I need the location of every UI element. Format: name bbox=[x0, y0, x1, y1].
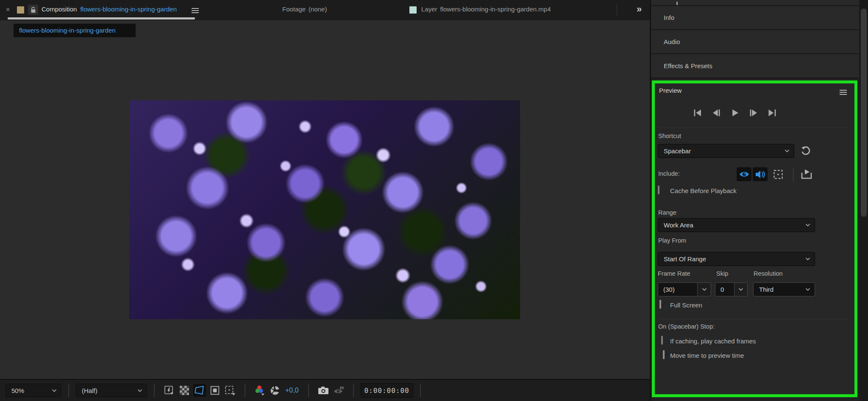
previous-frame-icon bbox=[712, 109, 720, 116]
after-effects-window: × Composition flowers-blooming-in-spring… bbox=[0, 0, 868, 401]
lock-button[interactable] bbox=[28, 5, 38, 15]
play-icon bbox=[732, 109, 739, 116]
full-screen-label: Full Screen bbox=[670, 301, 702, 309]
mask-shape-icon bbox=[195, 385, 205, 395]
resolution-value: (Half) bbox=[82, 387, 97, 394]
play-button[interactable] bbox=[729, 107, 740, 118]
toolbar-divider bbox=[420, 384, 421, 397]
cache-before-playback-checkbox[interactable] bbox=[658, 185, 659, 194]
reset-exposure-button[interactable] bbox=[269, 384, 281, 397]
clipped-text-fragment bbox=[676, 2, 678, 5]
toolbar-divider bbox=[308, 384, 309, 397]
composition-color-swatch[interactable] bbox=[17, 6, 24, 14]
resolution-dropdown[interactable]: (Half) bbox=[76, 384, 147, 397]
shortcut-dropdown[interactable]: Spacebar bbox=[658, 144, 794, 158]
preview-panel-menu-icon[interactable] bbox=[840, 88, 847, 96]
range-dropdown[interactable]: Work Area bbox=[658, 218, 815, 232]
lightning-icon bbox=[164, 385, 174, 395]
first-frame-button[interactable] bbox=[692, 107, 703, 118]
chevron-down-icon bbox=[805, 257, 810, 260]
on-stop-label: On (Spacebar) Stop: bbox=[658, 323, 715, 330]
reset-shortcut-button[interactable] bbox=[800, 145, 811, 158]
exposure-value[interactable]: +0,0 bbox=[285, 387, 299, 394]
last-frame-button[interactable] bbox=[767, 107, 778, 118]
panel-tab-info[interactable]: Info bbox=[651, 6, 859, 30]
frame-rate-chevron[interactable] bbox=[697, 283, 711, 296]
right-panel-stack: Info Audio Effects & Presets Preview bbox=[651, 0, 868, 401]
timecode-display[interactable]: 0:00:00:00 bbox=[361, 383, 413, 398]
transport-controls bbox=[692, 107, 778, 118]
previous-frame-button[interactable] bbox=[711, 107, 722, 118]
frame-rate-combo[interactable]: (30) bbox=[658, 282, 711, 296]
composition-viewport-image bbox=[129, 100, 520, 319]
speaker-icon bbox=[755, 170, 765, 179]
full-screen-checkbox[interactable] bbox=[659, 300, 661, 309]
tab-layer[interactable]: Layer flowers-blooming-in-spring-garden.… bbox=[421, 6, 551, 13]
include-divider bbox=[793, 167, 793, 181]
chevron-down-icon bbox=[805, 288, 810, 291]
close-tab-icon[interactable]: × bbox=[6, 6, 10, 14]
play-from-dropdown[interactable]: Start Of Range bbox=[658, 252, 815, 266]
take-snapshot-button[interactable] bbox=[317, 384, 330, 397]
tab-composition[interactable]: Composition flowers-blooming-in-spring-g… bbox=[42, 6, 177, 13]
panel-tab-info-label: Info bbox=[664, 14, 674, 21]
checkerboard-icon bbox=[180, 386, 189, 395]
range-value: Work Area bbox=[664, 221, 693, 229]
include-overlays-button[interactable] bbox=[770, 167, 786, 181]
region-icon bbox=[210, 386, 220, 395]
unlock-icon bbox=[31, 7, 36, 13]
next-frame-button[interactable] bbox=[748, 107, 759, 118]
move-time-checkbox[interactable] bbox=[663, 350, 665, 359]
toolbar-divider bbox=[245, 384, 245, 397]
primary-viewer-button[interactable] bbox=[801, 169, 812, 181]
resolution-label: Resolution bbox=[754, 270, 783, 277]
preview-panel: Preview bbox=[652, 80, 857, 397]
include-video-button[interactable] bbox=[737, 167, 751, 181]
aperture-icon bbox=[270, 385, 280, 395]
magnification-dropdown[interactable]: 50% bbox=[6, 384, 61, 397]
show-snapshot-button[interactable] bbox=[332, 384, 345, 397]
skip-value: 0 bbox=[715, 283, 734, 296]
shortcut-value: Spacebar bbox=[664, 147, 691, 155]
transparency-grid-button[interactable] bbox=[178, 384, 191, 397]
panel-tab-audio-label: Audio bbox=[664, 38, 680, 45]
include-audio-button[interactable] bbox=[753, 167, 768, 181]
mask-visibility-button[interactable] bbox=[193, 384, 206, 397]
section-divider bbox=[658, 127, 848, 128]
chevron-down-icon bbox=[52, 389, 57, 392]
chevron-down-icon bbox=[738, 288, 743, 291]
frame-rate-value: (30) bbox=[658, 283, 697, 296]
tab-overflow-button[interactable]: » bbox=[637, 5, 642, 14]
scrollbar-track[interactable] bbox=[860, 0, 868, 401]
skip-combo[interactable]: 0 bbox=[715, 282, 748, 296]
play-from-label: Play From bbox=[658, 237, 686, 244]
panel-menu-icon[interactable] bbox=[192, 7, 199, 14]
scrollbar-thumb[interactable] bbox=[861, 8, 867, 217]
last-frame-icon bbox=[768, 109, 776, 116]
chevron-down-icon bbox=[137, 389, 142, 392]
tab-layer-name: flowers-blooming-in-spring-garden.mp4 bbox=[440, 6, 551, 13]
include-label: Include: bbox=[658, 170, 680, 177]
preview-resolution-dropdown[interactable]: Third bbox=[753, 282, 815, 296]
tab-footage[interactable]: Footage (none) bbox=[282, 6, 327, 13]
panel-tab-audio[interactable]: Audio bbox=[651, 30, 859, 54]
chevron-down-icon bbox=[805, 224, 810, 227]
snapshot-eye-icon bbox=[333, 385, 345, 395]
play-from-value: Start Of Range bbox=[664, 255, 706, 263]
clipped-panel-row bbox=[651, 0, 859, 6]
skip-chevron[interactable] bbox=[734, 283, 747, 296]
panel-tab-effects-presets[interactable]: Effects & Presets bbox=[651, 54, 859, 78]
channel-settings-button[interactable] bbox=[253, 384, 266, 397]
breadcrumb[interactable]: flowers-blooming-in-spring-garden bbox=[14, 24, 136, 37]
region-of-interest-button[interactable] bbox=[209, 384, 221, 397]
shortcut-label: Shortcut bbox=[658, 133, 681, 139]
toolbar-divider bbox=[68, 384, 69, 397]
layer-color-swatch bbox=[409, 6, 417, 14]
grid-guides-button[interactable] bbox=[224, 384, 236, 397]
chevron-down-icon bbox=[785, 149, 790, 152]
play-cached-frames-checkbox[interactable] bbox=[661, 336, 663, 345]
fast-previews-button[interactable] bbox=[163, 384, 175, 397]
panel-tab-effects-presets-label: Effects & Presets bbox=[664, 62, 712, 69]
chevron-down-icon bbox=[702, 288, 707, 291]
toolbar-divider bbox=[353, 384, 354, 397]
